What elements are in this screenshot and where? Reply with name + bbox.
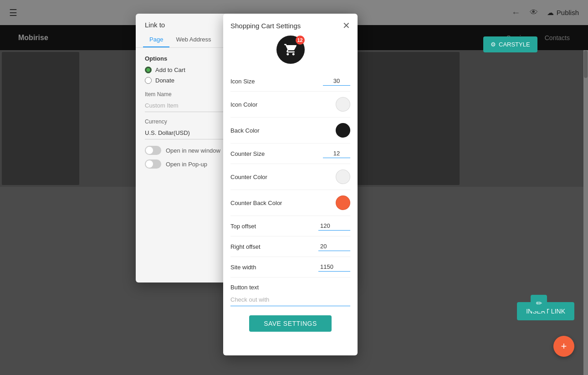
counter-color-label: Counter Color (230, 174, 267, 180)
radio-donate-input[interactable] (145, 77, 152, 84)
icon-size-label: Icon Size (230, 78, 255, 85)
back-color-swatch[interactable] (336, 123, 350, 138)
open-new-window-switch[interactable] (145, 146, 161, 155)
open-popup-switch[interactable] (145, 159, 161, 169)
tab-web-address[interactable]: Web Address (169, 32, 217, 47)
counter-back-color-row: Counter Back Color (230, 190, 350, 216)
right-panel: ⚙ CARSTYLE (483, 36, 574, 52)
gear-icon: ⚙ (491, 41, 496, 48)
cart-icon-wrap: 12 (223, 36, 358, 64)
top-offset-row: Top offset (230, 216, 350, 236)
icon-color-label: Icon Color (230, 101, 257, 108)
icon-size-input[interactable] (323, 77, 350, 86)
radio-donate-label: Donate (155, 77, 174, 84)
icon-color-row: Icon Color (230, 92, 350, 118)
right-offset-row: Right offset (230, 236, 350, 257)
fab-add-button[interactable]: + (553, 336, 574, 357)
carstyle-button[interactable]: ⚙ CARSTYLE (483, 36, 537, 52)
cart-body: Icon Size Icon Color Back Color Counter … (223, 71, 358, 348)
site-width-row: Site width (230, 257, 350, 277)
cart-dialog-close[interactable]: ✕ (343, 21, 350, 30)
edit-pencil-button[interactable]: ✏ (531, 295, 547, 311)
counter-color-swatch[interactable] (336, 170, 350, 184)
right-offset-label: Right offset (230, 243, 261, 250)
open-new-window-label: Open in new window (166, 147, 220, 154)
cart-settings-dialog: Shopping Cart Settings ✕ 12 Icon Size Ic… (223, 14, 358, 355)
counter-color-swatch-wrap (336, 170, 350, 184)
tab-page[interactable]: Page (143, 32, 169, 47)
counter-size-row: Counter Size (230, 144, 350, 164)
button-text-section: Button text (230, 284, 350, 306)
top-offset-label: Top offset (230, 223, 256, 230)
icon-color-swatch[interactable] (336, 97, 350, 112)
save-settings-label: SAVE SETTINGS (264, 320, 317, 327)
button-text-input[interactable] (230, 293, 350, 306)
top-offset-input[interactable] (318, 221, 350, 231)
radio-add-to-cart-input[interactable] (145, 67, 152, 73)
right-offset-input[interactable] (318, 242, 350, 251)
site-width-label: Site width (230, 264, 256, 271)
cart-dialog-title: Shopping Cart Settings (230, 22, 301, 30)
open-popup-label: Open in Pop-up (166, 161, 207, 168)
back-color-label: Back Color (230, 127, 260, 134)
counter-back-color-swatch-wrap (336, 195, 350, 210)
icon-color-swatch-wrap (336, 97, 350, 112)
shopping-cart-icon (284, 43, 297, 57)
cart-icon-circle: 12 (276, 36, 305, 64)
carstyle-label: CARSTYLE (499, 41, 530, 48)
plus-icon: + (561, 340, 567, 352)
icon-size-row: Icon Size (230, 71, 350, 92)
counter-back-color-label: Counter Back Color (230, 200, 282, 206)
cart-badge: 12 (296, 36, 305, 45)
pencil-icon: ✏ (536, 299, 542, 308)
counter-size-input[interactable] (323, 149, 350, 158)
counter-color-row: Counter Color (230, 164, 350, 190)
back-color-swatch-wrap (336, 123, 350, 138)
radio-add-to-cart-label: Add to Cart (155, 67, 185, 73)
save-settings-button[interactable]: SAVE SETTINGS (249, 315, 332, 332)
save-btn-wrap: SAVE SETTINGS (230, 306, 350, 341)
counter-size-label: Counter Size (230, 150, 265, 157)
site-width-input[interactable] (318, 262, 350, 272)
link-to-title: Link to (145, 21, 165, 29)
button-text-label: Button text (230, 284, 350, 291)
back-color-row: Back Color (230, 118, 350, 144)
counter-back-color-swatch[interactable] (336, 195, 350, 210)
cart-dialog-header: Shopping Cart Settings ✕ (223, 14, 358, 30)
